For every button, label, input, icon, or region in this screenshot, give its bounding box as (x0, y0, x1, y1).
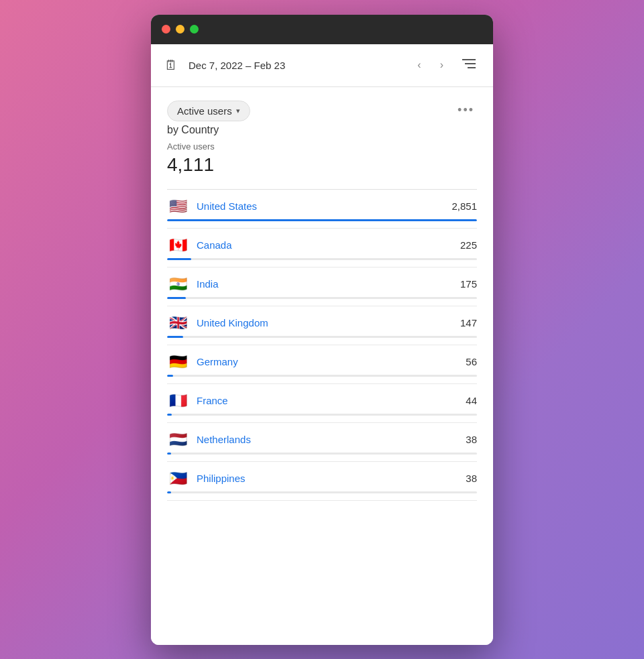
country-count: 56 (466, 356, 477, 367)
chevron-down-icon: ▾ (236, 107, 240, 115)
date-range: Dec 7, 2022 – Feb 23 (189, 60, 402, 71)
country-count: 225 (460, 239, 477, 251)
country-name[interactable]: Philippines (197, 473, 458, 484)
country-count: 2,851 (451, 200, 477, 212)
list-item: 🇮🇳 India 175 (167, 267, 477, 306)
flag-icon: 🇳🇱 (167, 432, 189, 447)
country-count: 147 (460, 317, 477, 328)
country-name[interactable]: United States (197, 200, 443, 212)
metric-selector[interactable]: Active users ▾ (167, 101, 250, 121)
titlebar (151, 15, 493, 44)
more-options-button[interactable]: ••• (455, 101, 477, 120)
list-item: 🇺🇸 United States 2,851 (167, 190, 477, 229)
list-item: 🇫🇷 France 44 (167, 384, 477, 423)
list-item: 🇨🇦 Canada 225 (167, 229, 477, 267)
country-count: 38 (466, 434, 477, 445)
country-count: 44 (466, 395, 477, 406)
progress-bar (167, 297, 477, 299)
maximize-button[interactable] (190, 25, 199, 34)
country-name[interactable]: Netherlands (197, 434, 458, 445)
flag-icon: 🇨🇦 (167, 238, 189, 253)
row-divider (167, 500, 477, 501)
prev-button[interactable]: ‹ (413, 56, 425, 74)
next-button[interactable]: › (436, 56, 447, 74)
country-name[interactable]: Germany (197, 356, 458, 367)
country-name[interactable]: Canada (197, 239, 452, 251)
country-name[interactable]: United Kingdom (197, 317, 452, 328)
metric-selector-label: Active users (177, 105, 232, 117)
progress-bar (167, 219, 477, 221)
list-item: 🇬🇧 United Kingdom 147 (167, 306, 477, 345)
calendar-icon: 🗓 (164, 58, 178, 73)
app-window: 🗓 Dec 7, 2022 – Feb 23 ‹ › Active users … (151, 15, 493, 645)
flag-icon: 🇬🇧 (167, 316, 189, 331)
progress-bar (167, 336, 477, 338)
list-item: 🇩🇪 Germany 56 (167, 345, 477, 384)
progress-bar (167, 375, 477, 377)
widget-header: Active users ▾ ••• (167, 101, 477, 121)
progress-bar (167, 453, 477, 455)
country-count: 175 (460, 278, 477, 290)
country-name[interactable]: India (197, 278, 452, 290)
flag-icon: 🇫🇷 (167, 394, 189, 408)
flag-icon: 🇵🇭 (167, 471, 189, 486)
close-button[interactable] (162, 25, 170, 34)
minimize-button[interactable] (176, 25, 184, 34)
toolbar: 🗓 Dec 7, 2022 – Feb 23 ‹ › (151, 44, 493, 87)
country-count: 38 (466, 473, 477, 484)
widget-subtitle: by Country (167, 124, 477, 136)
list-item: 🇳🇱 Netherlands 38 (167, 423, 477, 462)
metric-value: 4,111 (167, 154, 477, 176)
progress-bar (167, 491, 477, 493)
flag-icon: 🇩🇪 (167, 355, 189, 369)
main-content: Active users ▾ ••• by Country Active use… (151, 87, 493, 645)
flag-icon: 🇺🇸 (167, 199, 189, 214)
progress-bar (167, 414, 477, 416)
metric-label: Active users (167, 141, 477, 152)
filter-button[interactable] (458, 56, 480, 75)
country-list: 🇺🇸 United States 2,851 🇨🇦 Canada 225 🇮🇳 (167, 190, 477, 501)
flag-icon: 🇮🇳 (167, 277, 189, 292)
list-item: 🇵🇭 Philippines 38 (167, 462, 477, 501)
country-name[interactable]: France (197, 395, 458, 406)
progress-bar (167, 258, 477, 260)
